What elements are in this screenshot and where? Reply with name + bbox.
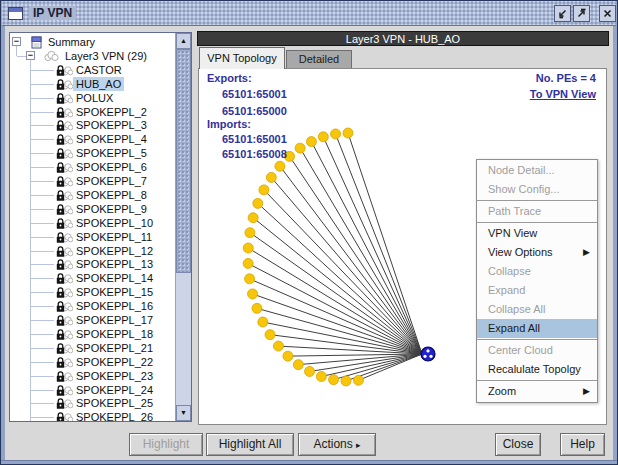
menu-item-vpn-view[interactable]: VPN View (477, 224, 597, 243)
scroll-up-button[interactable]: ▲ (176, 33, 191, 49)
pe-node[interactable] (259, 185, 269, 195)
tree-row[interactable]: −Summary (10, 35, 175, 49)
highlight-all-button[interactable]: Highlight All (206, 433, 294, 456)
tab-detailed[interactable]: Detailed (286, 50, 352, 68)
pe-node[interactable] (248, 289, 258, 299)
expand-toggle[interactable]: − (12, 37, 21, 46)
lock-icon (55, 203, 73, 216)
tree-row[interactable]: CASTOR (10, 63, 175, 77)
vpn-cloud-icon (43, 50, 60, 62)
pe-node[interactable] (243, 258, 253, 268)
spoke-link (310, 354, 422, 371)
tree-row[interactable]: SPOKEPPL_3 (10, 118, 175, 132)
pe-node[interactable] (331, 129, 341, 139)
tree-row[interactable]: SPOKEPPL_24 (10, 383, 175, 397)
pe-node[interactable] (275, 161, 285, 171)
pe-node[interactable] (243, 243, 253, 253)
tree-row[interactable]: SPOKEPPL_5 (10, 146, 175, 160)
tree-item-label: SPOKEPPL_17 (73, 313, 156, 327)
actions-button[interactable]: Actions ▸ (298, 433, 376, 456)
tree-row[interactable]: −Layer3 VPN (29) (10, 49, 175, 63)
tree-guide-line (31, 84, 54, 85)
tree-row[interactable]: SPOKEPPL_4 (10, 132, 175, 146)
help-button[interactable]: Help (560, 433, 605, 456)
tree-item-label: SPOKEPPL_4 (73, 132, 150, 146)
pe-node[interactable] (258, 317, 268, 327)
menu-item-zoom[interactable]: Zoom▶ (477, 382, 597, 401)
lock-icon (55, 189, 73, 202)
maximize-button[interactable] (573, 5, 590, 22)
tree-guide-line (31, 139, 54, 140)
tree-row[interactable]: SPOKEPPL_14 (10, 271, 175, 285)
tree-row[interactable]: SPOKEPPL_10 (10, 216, 175, 230)
tree-row[interactable]: SPOKEPPL_21 (10, 341, 175, 355)
pe-node[interactable] (252, 303, 262, 313)
pe-node[interactable] (353, 375, 363, 385)
menu-item-label: Collapse (488, 265, 531, 277)
tree-scrollbar[interactable]: ▲ ▼ (175, 33, 191, 421)
tree-item-label: SPOKEPPL_21 (73, 341, 156, 355)
tree-row[interactable]: SPOKEPPL_17 (10, 313, 175, 327)
menu-item-recalulate-topolgy[interactable]: Recalulate Topolgy (477, 360, 597, 379)
tree-row[interactable]: SPOKEPPL_23 (10, 369, 175, 383)
pe-node[interactable] (318, 132, 328, 142)
lock-icon (55, 356, 73, 369)
pe-node[interactable] (343, 128, 353, 138)
close-window-button[interactable] (599, 5, 616, 22)
pe-node[interactable] (316, 372, 326, 382)
tree-row[interactable]: SPOKEPPL_13 (10, 257, 175, 271)
tree-row[interactable]: SPOKEPPL_7 (10, 174, 175, 188)
pe-node[interactable] (245, 274, 255, 284)
spoke-link (321, 354, 422, 377)
scrollbar-thumb[interactable] (176, 49, 191, 273)
window-icon (8, 7, 23, 20)
pe-node[interactable] (329, 375, 339, 385)
tree-row[interactable]: SPOKEPPL_16 (10, 299, 175, 313)
to-vpn-view-link[interactable]: To VPN View (530, 88, 596, 100)
pe-node[interactable] (265, 330, 275, 340)
tree-row[interactable]: SPOKEPPL_25 (10, 396, 175, 410)
tree-row[interactable]: POLUX (10, 91, 175, 105)
pe-count: No. PEs = 4 (536, 72, 596, 84)
hub-node[interactable] (421, 347, 435, 361)
tree-row[interactable]: SPOKEPPL_22 (10, 355, 175, 369)
tree-item-label: Summary (45, 35, 98, 49)
iconify-button[interactable] (554, 5, 571, 22)
tree-row[interactable]: SPOKEPPL_9 (10, 202, 175, 216)
pe-node[interactable] (295, 143, 305, 153)
tree-row[interactable]: SPOKEPPL_12 (10, 244, 175, 258)
pe-node[interactable] (293, 360, 303, 370)
tree-row[interactable]: SPOKEPPL_11 (10, 230, 175, 244)
tree-item-label: SPOKEPPL_16 (73, 299, 156, 313)
close-button[interactable]: Close (495, 433, 541, 456)
menu-item-collapse-all: Collapse All (477, 300, 597, 319)
pe-node[interactable] (283, 351, 293, 361)
pe-node[interactable] (306, 137, 316, 147)
tree-guide-line (31, 209, 54, 210)
tree-row[interactable]: HUB_AO (10, 77, 175, 91)
pe-node[interactable] (305, 366, 315, 376)
actions-label: Actions (313, 437, 352, 451)
tree-row[interactable]: SPOKEPPL_8 (10, 188, 175, 202)
tree-row[interactable]: SPOKEPPL_26 (10, 410, 175, 421)
pe-node[interactable] (273, 341, 283, 351)
pe-node[interactable] (253, 198, 263, 208)
tree-guide-line (31, 376, 54, 377)
tree-row[interactable]: SPOKEPPL_18 (10, 327, 175, 341)
expand-toggle[interactable]: − (26, 51, 35, 60)
menu-separator (477, 200, 597, 201)
menu-item-view-options[interactable]: View Options▶ (477, 243, 597, 262)
pe-node[interactable] (245, 228, 255, 238)
menu-item-expand-all[interactable]: Expand All (477, 319, 597, 338)
tree-row[interactable]: SPOKEPPL_6 (10, 160, 175, 174)
tree-row[interactable]: SPOKEPPL_2 (10, 105, 175, 119)
tab-vpn-topology[interactable]: VPN Topology (199, 47, 285, 69)
lock-icon (55, 370, 73, 383)
pe-node[interactable] (266, 172, 276, 182)
pe-node[interactable] (248, 213, 258, 223)
tree-row[interactable]: SPOKEPPL_15 (10, 285, 175, 299)
submenu-arrow-icon: ▶ (583, 243, 590, 262)
menu-item-path-trace: Path Trace (477, 202, 597, 221)
scroll-down-button[interactable]: ▼ (176, 405, 191, 421)
pe-node[interactable] (341, 376, 351, 386)
